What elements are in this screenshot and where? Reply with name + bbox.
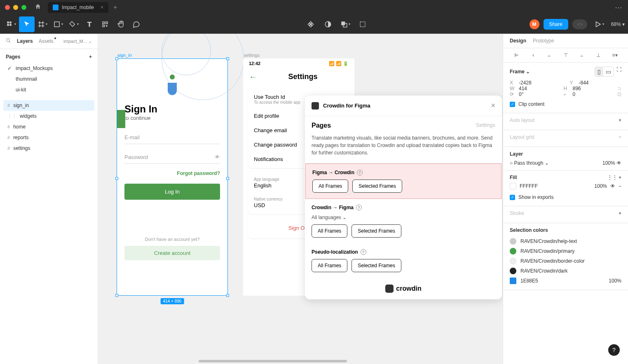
blend-mode-select[interactable]: ○ Pass through ⌄	[510, 160, 549, 166]
link-icon[interactable]	[355, 16, 370, 32]
page-selector[interactable]: impact_M... ⌄	[63, 39, 92, 44]
mask-icon[interactable]	[320, 16, 336, 32]
show-exports-checkbox[interactable]: ✓	[510, 195, 515, 200]
page-item[interactable]: ⋮⋮widgets	[3, 111, 94, 121]
close-window-icon[interactable]	[5, 5, 10, 10]
frame-label[interactable]: sign_in	[117, 53, 132, 58]
info-icon[interactable]: ?	[356, 205, 362, 210]
selection-handle[interactable]	[115, 57, 118, 60]
share-button[interactable]: Share	[544, 19, 568, 30]
minimize-window-icon[interactable]	[13, 5, 18, 10]
info-icon[interactable]: ?	[361, 249, 366, 255]
distribute-icon[interactable]: ≡▾	[608, 52, 621, 58]
help-button[interactable]: ?	[608, 344, 620, 356]
info-icon[interactable]: ?	[357, 170, 363, 175]
selection-handle[interactable]	[115, 177, 118, 180]
color-item[interactable]: RAVEN/Crowdin/primary	[510, 246, 621, 256]
page-item-selected[interactable]: #sign_in	[3, 100, 94, 111]
language-selector[interactable]: All languages ⌄	[312, 215, 495, 220]
user-avatar[interactable]: M	[530, 19, 539, 29]
clip-content-checkbox[interactable]: ✓	[510, 102, 515, 107]
design-tab[interactable]: Design	[510, 38, 526, 44]
signin-frame[interactable]: Sign In to continue E-mail Password👁 For…	[117, 58, 228, 296]
y-input[interactable]: -844	[579, 80, 604, 86]
layers-tab[interactable]: Layers	[17, 38, 33, 44]
page-item[interactable]: #home	[3, 121, 94, 132]
selection-handle[interactable]	[115, 294, 118, 297]
opacity-input[interactable]: 100%	[602, 160, 615, 166]
page-item[interactable]: ✓impact_Mockups	[3, 63, 94, 74]
shape-tool[interactable]: ▾	[50, 16, 66, 32]
frame-tool[interactable]: ▾	[35, 16, 50, 32]
rotation-input[interactable]: 0°	[519, 91, 544, 97]
frame-label[interactable]: settings	[244, 53, 260, 58]
page-item[interactable]: ui-kit	[3, 84, 94, 95]
close-tab-icon[interactable]: ×	[101, 5, 103, 10]
components-icon[interactable]	[303, 16, 319, 32]
color-item[interactable]: RAVEN/Crowdin/help-text	[510, 236, 621, 246]
color-item[interactable]: RAVEN/Crowdin/dark	[510, 266, 621, 276]
color-item[interactable]: 1E88E5100%	[510, 276, 621, 286]
move-tool[interactable]	[19, 16, 35, 32]
page-item[interactable]: #reports	[3, 132, 94, 143]
align-right-icon[interactable]: ⫠	[543, 52, 556, 58]
add-fill-button[interactable]: +	[619, 175, 621, 180]
dev-mode-toggle[interactable]	[572, 19, 587, 29]
resize-fit-icon[interactable]: ⛶	[616, 67, 621, 77]
selected-frames-button[interactable]: Selected Frames	[352, 180, 402, 193]
width-input[interactable]: 414	[519, 86, 544, 91]
zoom-level[interactable]: 68% ▾	[611, 21, 625, 27]
selected-frames-button[interactable]: Selected Frames	[351, 224, 401, 238]
horizontal-scrollbar[interactable]	[199, 360, 347, 362]
page-item[interactable]: thumnnail	[3, 74, 94, 84]
add-page-button[interactable]: +	[89, 54, 92, 60]
menu-button[interactable]: ▾	[3, 16, 19, 32]
corner-input[interactable]: 0	[573, 91, 598, 97]
visibility-icon[interactable]: 👁	[610, 183, 615, 189]
align-left-icon[interactable]: ⊫	[510, 52, 523, 58]
pen-tool[interactable]: ▾	[66, 16, 82, 32]
add-grid-button[interactable]: +	[619, 134, 621, 140]
all-frames-button[interactable]: All Frames	[312, 259, 347, 272]
orientation-toggle[interactable]: ▯▭	[595, 67, 614, 77]
text-tool[interactable]	[82, 16, 97, 32]
add-stroke-button[interactable]: +	[619, 210, 621, 216]
add-auto-layout-button[interactable]: +	[619, 117, 621, 123]
selected-frames-button[interactable]: Selected Frames	[351, 259, 401, 272]
hand-tool[interactable]	[113, 16, 129, 32]
height-input[interactable]: 896	[573, 86, 598, 91]
independent-corners-icon[interactable]: ⊡	[617, 91, 621, 97]
canvas[interactable]: sign_in settings Sign In to continue E-m…	[98, 34, 503, 364]
fill-swatch[interactable]	[510, 183, 516, 189]
fill-opacity-input[interactable]: 100%	[594, 183, 607, 189]
x-input[interactable]: -2428	[519, 80, 544, 86]
selection-handle[interactable]	[226, 294, 229, 297]
plugin-settings-link[interactable]: Settings	[476, 122, 495, 129]
home-icon[interactable]	[35, 3, 41, 12]
align-bottom-icon[interactable]: ⊥	[592, 52, 605, 58]
color-item[interactable]: RAVEN/Crowdin/border-color	[510, 256, 621, 266]
file-tab[interactable]: Impact_mobile ×	[48, 2, 108, 13]
fill-style-icon[interactable]: ⋮⋮	[607, 175, 617, 180]
align-top-icon[interactable]: ⊤	[559, 52, 572, 58]
remove-fill-button[interactable]: −	[619, 183, 621, 189]
search-icon[interactable]	[6, 38, 11, 44]
fill-hex-input[interactable]: FFFFFF	[520, 183, 591, 189]
page-item[interactable]: #settings	[3, 143, 94, 154]
present-button[interactable]: ▾	[591, 16, 607, 32]
close-plugin-button[interactable]: ×	[491, 101, 495, 110]
all-frames-button[interactable]: All Frames	[312, 180, 348, 193]
prototype-tab[interactable]: Prototype	[533, 38, 554, 44]
assets-tab[interactable]: Assets	[39, 38, 54, 44]
new-tab-button[interactable]: +	[113, 4, 117, 11]
resources-tool[interactable]	[97, 16, 113, 32]
all-frames-button[interactable]: All Frames	[312, 224, 347, 238]
maximize-window-icon[interactable]	[21, 5, 26, 10]
comment-tool[interactable]	[129, 16, 144, 32]
visibility-icon[interactable]: 👁	[616, 160, 621, 166]
frame-label[interactable]: Frame ⌄	[510, 69, 530, 75]
selection-handle[interactable]	[226, 177, 229, 180]
more-icon[interactable]: ⋯	[615, 3, 623, 12]
align-center-h-icon[interactable]: ⫞	[526, 52, 539, 58]
boolean-icon[interactable]: ▾	[337, 16, 353, 32]
